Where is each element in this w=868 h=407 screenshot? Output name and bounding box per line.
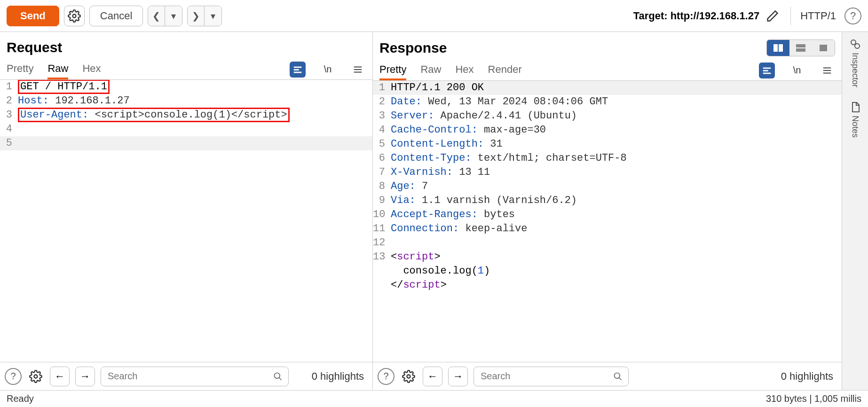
svg-rect-10 — [773, 44, 778, 52]
request-tab-hex[interactable]: Hex — [82, 59, 101, 79]
status-bar: Ready 310 bytes | 1,005 millis — [0, 390, 868, 407]
response-tab-render[interactable]: Render — [488, 60, 522, 80]
request-next-match-button[interactable]: → — [75, 367, 95, 386]
settings-button[interactable] — [64, 6, 85, 26]
history-back-button[interactable]: ❮ — [148, 6, 165, 26]
caret-down-icon: ▾ — [211, 10, 215, 22]
request-tab-pretty[interactable]: Pretty — [7, 59, 33, 79]
response-newline-button[interactable]: \n — [789, 63, 805, 78]
svg-rect-12 — [796, 44, 805, 47]
request-title: Request — [7, 39, 366, 55]
response-search-input[interactable] — [480, 370, 613, 382]
svg-line-9 — [279, 377, 282, 380]
history-forward-dropdown[interactable]: ▾ — [205, 6, 221, 26]
status-bytes-time: 310 bytes | 1,005 millis — [766, 393, 861, 404]
line-number — [373, 264, 388, 278]
svg-point-0 — [72, 14, 76, 17]
svg-line-23 — [619, 377, 622, 380]
response-prev-match-button[interactable]: ← — [423, 367, 442, 386]
history-back-group: ❮ ▾ — [148, 6, 182, 26]
line-number: 10 — [373, 208, 388, 222]
search-icon — [613, 372, 623, 381]
request-help-button[interactable]: ? — [5, 368, 22, 385]
request-search-input[interactable] — [107, 370, 273, 382]
svg-rect-2 — [294, 69, 299, 70]
columns-icon — [773, 44, 783, 52]
line-number — [373, 278, 388, 292]
cancel-button[interactable]: Cancel — [89, 6, 143, 26]
svg-rect-16 — [763, 70, 768, 71]
line-number: 5 — [373, 137, 388, 151]
svg-rect-14 — [820, 45, 827, 51]
request-editor[interactable]: 1GET / HTTP/1.1 2Host: 192.168.1.27 3Use… — [0, 80, 372, 362]
chevron-right-icon: ❯ — [192, 10, 200, 22]
line-number: 2 — [373, 95, 388, 109]
format-icon — [762, 65, 772, 76]
newline-icon: \n — [793, 65, 801, 76]
response-format-button[interactable] — [759, 63, 775, 78]
line-number: 13 — [373, 250, 388, 264]
request-menu-button[interactable] — [350, 62, 366, 78]
line-number: 1 — [373, 81, 388, 95]
svg-point-24 — [851, 40, 856, 45]
square-icon — [820, 45, 827, 51]
gear-icon — [68, 9, 81, 23]
line-number: 4 — [373, 123, 388, 137]
request-prev-match-button[interactable]: ← — [50, 367, 70, 386]
request-format-button[interactable] — [290, 62, 306, 78]
request-newline-button[interactable]: \n — [320, 62, 336, 78]
line-number: 11 — [373, 222, 388, 236]
line-number: 3 — [0, 108, 15, 122]
response-tab-raw[interactable]: Raw — [420, 60, 441, 80]
response-tab-hex[interactable]: Hex — [455, 60, 473, 80]
arrow-right-icon: → — [453, 370, 463, 383]
response-help-button[interactable]: ? — [378, 368, 395, 385]
inspector-panel-button[interactable]: Inspector — [850, 39, 861, 87]
question-icon: ? — [383, 371, 388, 382]
inspector-label: Inspector — [850, 53, 860, 87]
history-back-dropdown[interactable]: ▾ — [165, 6, 182, 26]
svg-point-21 — [407, 375, 410, 378]
gear-icon — [402, 370, 415, 383]
layout-single-button[interactable] — [812, 40, 835, 56]
pencil-icon — [766, 9, 779, 23]
notes-icon — [850, 102, 861, 113]
layout-toggle — [766, 39, 835, 56]
layout-split-horizontal-button[interactable] — [789, 40, 812, 56]
svg-point-8 — [275, 373, 280, 378]
history-forward-group: ❯ ▾ — [187, 6, 222, 26]
response-viewer[interactable]: 1HTTP/1.1 200 OK 2Date: Wed, 13 Mar 2024… — [373, 81, 842, 362]
response-search-settings-button[interactable] — [400, 368, 417, 385]
notes-panel-button[interactable]: Notes — [850, 102, 861, 138]
history-forward-button[interactable]: ❯ — [188, 6, 205, 26]
send-button[interactable]: Send — [7, 6, 59, 26]
hamburger-icon — [353, 64, 363, 75]
request-search-settings-button[interactable] — [27, 368, 44, 385]
response-menu-button[interactable] — [819, 63, 835, 78]
response-highlights-count: 0 highlights — [781, 370, 837, 383]
edit-target-button[interactable] — [764, 8, 781, 24]
inspector-icon — [850, 39, 861, 50]
side-panel-strip: Inspector Notes — [842, 32, 868, 390]
request-tab-raw[interactable]: Raw — [47, 59, 68, 79]
notes-label: Notes — [850, 116, 860, 138]
svg-rect-11 — [779, 44, 783, 52]
hamburger-icon — [822, 65, 832, 76]
line-number: 1 — [0, 80, 15, 94]
response-tab-pretty[interactable]: Pretty — [379, 60, 406, 80]
line-number: 4 — [0, 122, 15, 136]
request-pane: Request Pretty Raw Hex \n — [0, 32, 373, 390]
svg-rect-15 — [763, 67, 771, 69]
arrow-right-icon: → — [80, 370, 90, 383]
help-button[interactable]: ? — [844, 8, 861, 24]
line-number: 7 — [373, 165, 388, 180]
line-number: 12 — [373, 236, 388, 250]
target-label: Target: http://192.168.1.27 — [633, 10, 760, 22]
format-icon — [292, 64, 303, 75]
line-number: 3 — [373, 109, 388, 123]
layout-split-vertical-button[interactable] — [767, 40, 789, 56]
line-number: 2 — [0, 94, 15, 108]
search-icon — [273, 372, 283, 381]
protocol-label[interactable]: HTTP/1 — [800, 10, 836, 22]
response-next-match-button[interactable]: → — [448, 367, 468, 386]
